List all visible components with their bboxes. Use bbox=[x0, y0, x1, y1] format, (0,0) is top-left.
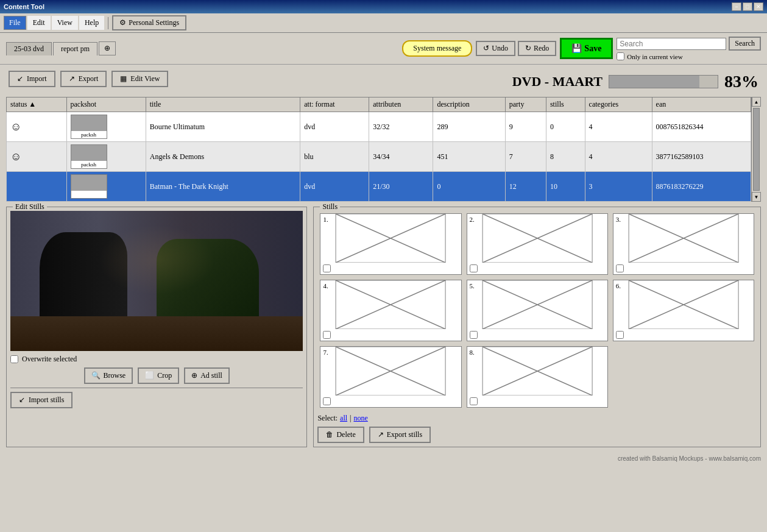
menu-help[interactable]: Help bbox=[79, 16, 104, 30]
col-header-title[interactable]: title bbox=[146, 98, 300, 112]
redo-button[interactable]: ↻ Redo bbox=[518, 41, 556, 56]
table-row[interactable]: ☺ packsh Bourne Ultimatum dvd 32/32 bbox=[7, 112, 751, 142]
cell-ean-2: 8876183276229 bbox=[652, 172, 751, 202]
select-all-link[interactable]: all bbox=[340, 414, 347, 423]
col-header-status[interactable]: status ▲ bbox=[7, 98, 67, 112]
cell-ean-0: 0087651826344 bbox=[652, 112, 751, 142]
still-item-3[interactable]: 3. bbox=[613, 213, 754, 275]
still-checkbox-8[interactable] bbox=[470, 397, 478, 405]
cell-packshot-1: packsh bbox=[66, 142, 146, 172]
col-header-att-format[interactable]: att: format bbox=[300, 98, 369, 112]
import-button[interactable]: ↙ Import bbox=[9, 71, 55, 87]
undo-icon: ↺ bbox=[483, 44, 489, 53]
still-image-6: 6. bbox=[613, 280, 754, 329]
tab-report-pm[interactable]: report pm bbox=[53, 42, 97, 55]
select-none-link[interactable]: none bbox=[353, 414, 367, 423]
menu-view[interactable]: View bbox=[52, 16, 78, 30]
col-header-packshot[interactable]: packshot bbox=[66, 98, 146, 112]
close-button[interactable]: ✕ bbox=[754, 2, 763, 11]
packshot-label-0: packsh bbox=[71, 131, 107, 138]
stills-panel: Stills 1. bbox=[313, 207, 761, 447]
system-message-button[interactable]: System message bbox=[402, 40, 472, 57]
browse-button[interactable]: 🔍 Browse bbox=[84, 367, 133, 384]
packshot-label-2: packsh bbox=[71, 191, 107, 198]
delete-icon: 🗑 bbox=[326, 430, 333, 439]
still-item-6[interactable]: 6. bbox=[613, 280, 754, 341]
overwrite-row: Overwrite selected bbox=[10, 355, 303, 364]
redo-icon: ↻ bbox=[525, 44, 531, 53]
ad-still-label: Ad still bbox=[200, 371, 222, 380]
scroll-thumb[interactable] bbox=[753, 108, 760, 191]
table-scrollbar[interactable]: ▲ ▼ bbox=[751, 97, 761, 202]
still-image-2: 2. bbox=[467, 214, 607, 263]
content-area: ↙ Import ↗ Export ▦ Edit View DVD - MAAR… bbox=[0, 65, 767, 453]
export-stills-button[interactable]: ↗ Export stills bbox=[369, 427, 431, 443]
only-current-view-checkbox[interactable] bbox=[617, 52, 624, 60]
save-button[interactable]: 💾 Save bbox=[560, 38, 613, 59]
still-checkbox-5[interactable] bbox=[470, 331, 478, 339]
col-header-description[interactable]: description bbox=[433, 98, 505, 112]
still-checkbox-4[interactable] bbox=[323, 331, 331, 339]
import-stills-button[interactable]: ↙ Import stills bbox=[10, 392, 72, 408]
delete-label: Delete bbox=[336, 430, 355, 439]
undo-label: Undo bbox=[492, 44, 508, 53]
window-controls: − □ ✕ bbox=[732, 2, 763, 11]
minimize-button[interactable]: − bbox=[732, 2, 741, 11]
crop-button[interactable]: ⬜ Crop bbox=[138, 367, 179, 384]
packshot-thumb-0: packsh bbox=[71, 115, 107, 139]
overwrite-label: Overwrite selected bbox=[22, 355, 77, 364]
personal-settings-button[interactable]: ⚙ Personal Settings bbox=[112, 15, 186, 30]
window-title: Content Tool bbox=[4, 3, 44, 10]
still-item-1[interactable]: 1. bbox=[320, 213, 461, 275]
still-checkbox-1[interactable] bbox=[323, 264, 331, 272]
search-input[interactable] bbox=[617, 38, 726, 50]
overwrite-checkbox[interactable] bbox=[10, 355, 18, 363]
bottom-panels: Edit Stills bbox=[6, 207, 761, 447]
still-checkbox-2[interactable] bbox=[470, 264, 478, 272]
panel-divider bbox=[10, 388, 303, 388]
col-header-categories[interactable]: categories bbox=[585, 98, 652, 112]
still-image-7: 7. bbox=[320, 347, 461, 395]
delete-button[interactable]: 🗑 Delete bbox=[317, 427, 364, 443]
col-header-stills[interactable]: stills bbox=[546, 98, 585, 112]
still-checkbox-3[interactable] bbox=[616, 264, 624, 272]
menu-file[interactable]: File bbox=[4, 16, 26, 30]
edit-view-button[interactable]: ▦ Edit View bbox=[111, 71, 168, 87]
col-header-attributen[interactable]: attributen bbox=[369, 98, 433, 112]
crop-icon: ⬜ bbox=[145, 371, 154, 380]
cell-attributen-2: 21/30 bbox=[369, 172, 433, 202]
tab-add-button[interactable]: ⊕ bbox=[99, 41, 116, 55]
table-row[interactable]: ☺ packsh Angels & Demons blu 34/34 bbox=[7, 142, 751, 172]
still-item-8[interactable]: 8. bbox=[467, 346, 608, 408]
still-item-2[interactable]: 2. bbox=[467, 213, 608, 275]
undo-redo-group: ↺ Undo ↻ Redo bbox=[476, 41, 556, 56]
still-image-8: 8. bbox=[467, 347, 607, 395]
ad-still-button[interactable]: ⊕ Ad still bbox=[184, 367, 230, 384]
cell-title-1: Angels & Demons bbox=[146, 142, 300, 172]
still-checkbox-7[interactable] bbox=[323, 397, 331, 405]
cell-title-2: Batman - The Dark Knight bbox=[146, 172, 300, 202]
menu-edit[interactable]: Edit bbox=[27, 16, 51, 30]
col-label-status: status bbox=[10, 100, 27, 108]
cell-cat-2: 3 bbox=[585, 172, 652, 202]
scroll-up-button[interactable]: ▲ bbox=[752, 97, 761, 107]
stills-panel-title: Stills bbox=[320, 202, 340, 211]
edit-stills-panel: Edit Stills bbox=[6, 207, 307, 447]
scroll-down-button[interactable]: ▼ bbox=[752, 192, 761, 202]
tab-25-03-dvd[interactable]: 25-03 dvd bbox=[6, 42, 52, 55]
cell-desc-1: 451 bbox=[433, 142, 505, 172]
still-item-7[interactable]: 7. bbox=[320, 346, 461, 408]
cell-format-1: blu bbox=[300, 142, 369, 172]
col-header-party[interactable]: party bbox=[505, 98, 546, 112]
still-num-5: 5. bbox=[470, 282, 475, 289]
toolbar-right: System message ↺ Undo ↻ Redo 💾 Save Sear… bbox=[402, 37, 761, 60]
col-header-ean[interactable]: ean bbox=[652, 98, 751, 112]
undo-button[interactable]: ↺ Undo bbox=[476, 41, 515, 56]
export-button[interactable]: ↗ Export bbox=[60, 71, 107, 87]
still-checkbox-6[interactable] bbox=[616, 331, 624, 339]
table-row[interactable]: packsh Batman - The Dark Knight dvd 21/3… bbox=[7, 172, 751, 202]
search-button[interactable]: Search bbox=[729, 37, 761, 51]
still-item-4[interactable]: 4. bbox=[320, 280, 461, 341]
still-item-5[interactable]: 5. bbox=[467, 280, 608, 341]
maximize-button[interactable]: □ bbox=[743, 2, 752, 11]
